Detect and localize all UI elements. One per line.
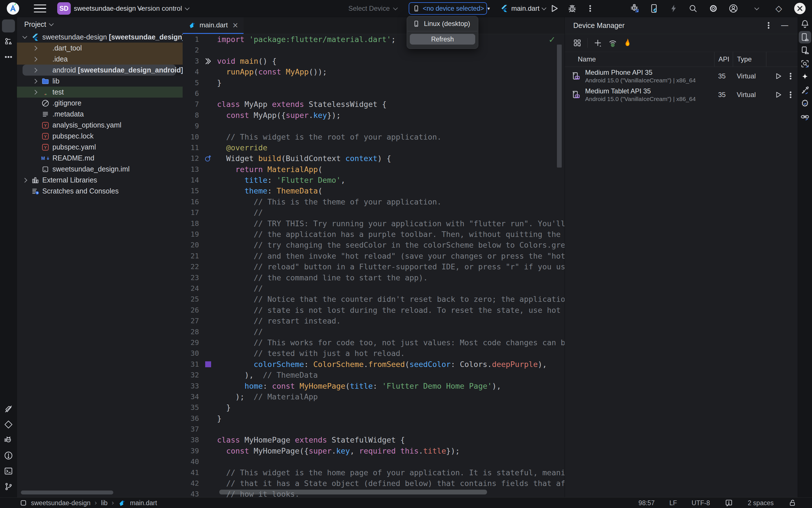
chevron-right-icon[interactable]	[33, 90, 38, 94]
settings-button[interactable]	[707, 2, 720, 15]
run-button[interactable]	[548, 2, 560, 15]
chevron-down-icon[interactable]	[22, 34, 27, 39]
device-mirror-button[interactable]	[648, 2, 660, 15]
group-devices-icon[interactable]	[573, 38, 582, 47]
breadcrumb-file[interactable]: main.dart	[130, 499, 157, 507]
dart-analysis-button[interactable]	[2, 403, 15, 416]
add-device-icon[interactable]	[593, 38, 602, 47]
gemini-button[interactable]	[799, 71, 811, 83]
more-run-options-button[interactable]	[584, 2, 596, 15]
file-encoding[interactable]: UTF-8	[691, 499, 710, 507]
overrides-gutter-icon[interactable]	[199, 153, 217, 164]
popup-device-item[interactable]: Linux (desktop)	[407, 16, 478, 31]
device-menu-button[interactable]	[786, 72, 795, 80]
start-device-button[interactable]	[774, 72, 782, 80]
line-ending[interactable]: LF	[669, 499, 677, 507]
more-button[interactable]	[2, 50, 15, 64]
breadcrumb-lib[interactable]: lib	[101, 499, 108, 507]
device-menu-button[interactable]	[786, 90, 795, 99]
tree-row--dart-tool[interactable]: M3.5 6.2c0-.9.7-1.6 1.6-1.6h3.6l2 2.4h8.…	[17, 43, 183, 54]
tree-row-android[interactable]: M3.5 6.2c0-.9.7-1.6 1.6-1.6h3.6l2 2.4h8.…	[17, 65, 183, 76]
refresh-button[interactable]: Refresh	[410, 34, 475, 45]
device-row-medium-phone-api-35[interactable]: Medium Phone API 35Android 15.0 ("Vanill…	[565, 67, 798, 85]
tree-row-lib[interactable]: lib	[17, 76, 183, 87]
tree-row-sweetsundae-design[interactable]: sweetsundae-design [sweetsundae_design]~…	[17, 32, 183, 43]
tree-row-sweetsundae-design-iml[interactable]: sweetsundae_design.iml	[17, 164, 183, 175]
tab-main-dart[interactable]: main.dart ×	[183, 17, 243, 34]
device-row-medium-tablet-api-35[interactable]: Medium Tablet API 35Android 15.0 ("Vanil…	[565, 85, 798, 104]
select-device-label: Select Device	[348, 4, 390, 12]
highlight-level-icon[interactable]	[725, 499, 733, 507]
account-button[interactable]	[727, 2, 739, 15]
kebab-menu-icon[interactable]	[764, 21, 773, 30]
chevron-right-icon[interactable]	[33, 79, 38, 84]
yaml-icon: Y	[41, 143, 50, 152]
column-api[interactable]: API	[714, 52, 733, 67]
tree-row-external-libraries[interactable]: External Libraries	[17, 175, 183, 185]
search-everywhere-button[interactable]	[687, 2, 699, 15]
tab-label: main.dart	[199, 21, 228, 29]
column-type[interactable]: Type	[733, 52, 766, 67]
lock-icon[interactable]	[788, 499, 797, 507]
pair-wifi-icon[interactable]	[608, 38, 618, 48]
chevron-right-icon[interactable]	[33, 57, 38, 61]
indent-setting[interactable]: 2 spaces	[748, 499, 774, 507]
device-manager-button[interactable]	[799, 31, 811, 43]
logcat-button[interactable]	[2, 433, 15, 447]
code-editor[interactable]: 1import 'package:flutter/material.dart';…	[183, 34, 565, 497]
flutter-inspector-button[interactable]	[2, 418, 15, 431]
problems-button[interactable]	[2, 449, 15, 462]
project-selector[interactable]: sweetsundae-design	[74, 0, 143, 17]
flutter-devtools-button[interactable]	[799, 84, 811, 96]
git-branch-button[interactable]	[2, 480, 15, 493]
caret-position[interactable]: 98:57	[638, 499, 655, 507]
running-devices-button[interactable]	[799, 44, 811, 57]
tree-row-scratches-and-consoles[interactable]: Scratches and Consoles	[17, 185, 183, 197]
start-device-button[interactable]	[774, 90, 782, 99]
close-tab-icon[interactable]: ×	[232, 22, 238, 29]
debug-button[interactable]	[566, 2, 578, 15]
run-configuration-selector[interactable]: main.dart	[500, 0, 546, 17]
run-main-gutter-icon[interactable]	[199, 56, 217, 67]
tree-row--metadata[interactable]: .metadata	[17, 109, 183, 120]
editor-vertical-scrollbar[interactable]	[557, 45, 562, 168]
tree-row--gitignore[interactable]: .gitignore	[17, 97, 183, 109]
editor-horizontal-scrollbar[interactable]	[219, 490, 487, 495]
tree-row--idea[interactable]: M3.5 6.2c0-.9.7-1.6 1.6-1.6h3.6l2 2.4h8.…	[17, 54, 183, 65]
tree-row-pubspec-lock[interactable]: Ypubspec.lock	[17, 131, 183, 141]
flutter-property-editor-button[interactable]	[799, 111, 811, 123]
minimize-icon[interactable]: —	[781, 22, 789, 29]
chevron-right-icon[interactable]	[22, 178, 27, 182]
attach-debugger-button[interactable]	[628, 2, 641, 15]
chevron-right-icon[interactable]	[33, 46, 38, 50]
project-horizontal-scrollbar[interactable]	[21, 491, 113, 495]
tree-row-pubspec-yaml[interactable]: Ypubspec.yaml	[17, 141, 183, 153]
app-inspection-button[interactable]	[799, 97, 811, 110]
project-view-selector[interactable]: Project	[17, 17, 183, 32]
select-device-dropdown[interactable]: Select Device	[348, 0, 397, 17]
inspections-ok-icon[interactable]: ✓	[548, 36, 556, 44]
dropdown-caret-icon: ▾	[487, 6, 490, 11]
terminal-button[interactable]	[2, 465, 15, 477]
tree-row-readme-md[interactable]: MREADME.md	[17, 153, 183, 164]
firebase-flame-icon[interactable]	[623, 38, 632, 48]
hide-toolbar-button[interactable]	[751, 2, 763, 15]
device-selector-combo[interactable]: <no device selected> ▾	[409, 2, 487, 15]
structure-button[interactable]	[2, 35, 15, 48]
project-badge[interactable]: SD	[57, 2, 71, 15]
chevron-right-icon[interactable]	[33, 68, 38, 73]
code-line-19: 19 // the application has a purple toolb…	[183, 229, 565, 240]
app-quality-insights-button[interactable]	[799, 57, 811, 70]
gemini-toolbar-button[interactable]: ◇	[772, 2, 785, 15]
notifications-button[interactable]	[799, 18, 811, 30]
close-session-button[interactable]	[794, 2, 806, 15]
color-preview-gutter-icon[interactable]	[199, 359, 217, 370]
profiler-button[interactable]	[667, 2, 680, 15]
column-name[interactable]: Name	[565, 52, 714, 67]
project-folder-button[interactable]: M3.5 6.2c0-.9.7-1.6 1.6-1.6h3.6l2 2.4h8.…	[2, 19, 15, 33]
breadcrumb-project[interactable]: sweetsundae-design	[31, 499, 91, 507]
tree-row-analysis-options-yaml[interactable]: Yanalysis_options.yaml	[17, 120, 183, 131]
version-control-menu[interactable]: Version control	[137, 0, 189, 17]
tree-row-test[interactable]: M3.5 6.2c0-.9.7-1.6 1.6-1.6h3.6l2 2.4h8.…	[17, 87, 183, 97]
main-menu-button[interactable]	[34, 4, 46, 13]
